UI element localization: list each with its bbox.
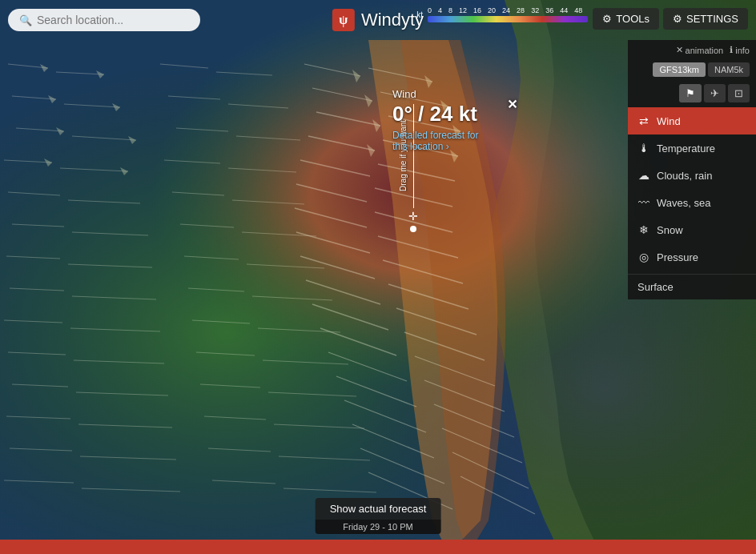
tools-label: TOOLs xyxy=(616,13,649,25)
wind-icon: ⇄ xyxy=(637,114,650,127)
svg-line-30 xyxy=(80,456,176,460)
svg-line-67 xyxy=(308,136,375,151)
svg-line-58 xyxy=(279,456,370,460)
svg-line-63 xyxy=(312,88,372,101)
logo: ψ Windyty xyxy=(332,9,424,31)
snow-layer-label: Snow xyxy=(657,224,683,236)
svg-line-26 xyxy=(76,392,168,395)
svg-line-41 xyxy=(172,192,224,195)
model-nam-button[interactable]: NAM5k xyxy=(708,62,750,77)
layer-pressure[interactable]: ◎ Pressure xyxy=(628,243,756,271)
layer-wind[interactable]: ⇄ Wind xyxy=(628,107,756,134)
svg-line-83 xyxy=(320,328,396,355)
svg-line-22 xyxy=(70,328,160,331)
snow-icon: ❄ xyxy=(637,223,650,236)
logo-symbol: ψ xyxy=(339,13,348,27)
svg-line-45 xyxy=(184,256,239,259)
forecast-button-label: Show actual forecast xyxy=(316,498,441,520)
svg-line-94 xyxy=(452,452,529,488)
layer-temperature[interactable]: 🌡 Temperature xyxy=(628,134,756,162)
icon-row: ⚑ ✈ ⊡ xyxy=(628,82,756,107)
wind-popup-forecast-link[interactable]: Detailed forecast for this location › xyxy=(392,130,478,152)
svg-line-78 xyxy=(383,260,463,283)
svg-line-31 xyxy=(4,480,74,483)
map-marker[interactable]: ✕ xyxy=(507,97,517,112)
svg-line-75 xyxy=(296,232,370,253)
forecast-text: Detailed forecast for xyxy=(392,130,478,141)
svg-line-20 xyxy=(72,296,156,299)
svg-line-48 xyxy=(252,296,332,300)
svg-marker-98 xyxy=(96,70,104,78)
svg-marker-111 xyxy=(367,144,375,157)
svg-line-21 xyxy=(4,320,62,323)
svg-line-23 xyxy=(8,352,66,355)
svg-line-96 xyxy=(460,476,535,514)
svg-line-28 xyxy=(78,424,172,428)
icon-btn-3[interactable]: ⊡ xyxy=(728,84,750,102)
svg-marker-109 xyxy=(372,119,380,132)
svg-marker-103 xyxy=(44,159,52,167)
layer-waves-sea[interactable]: 〰 Waves, sea xyxy=(628,189,756,216)
svg-line-82 xyxy=(396,308,477,335)
svg-line-50 xyxy=(258,328,340,332)
wind-popup-value: 0° / 24 kt xyxy=(392,102,478,126)
clouds-rain-icon: ☁ xyxy=(637,169,650,182)
wind-popup: Wind 0° / 24 kt Detailed forecast for th… xyxy=(392,88,478,152)
animation-icon: ✕ xyxy=(676,45,683,55)
layer-clouds-rain[interactable]: ☁ Clouds, rain xyxy=(628,162,756,189)
surface-button[interactable]: Surface xyxy=(628,274,756,299)
animation-toggle[interactable]: ✕ animation xyxy=(676,45,724,55)
svg-line-65 xyxy=(316,112,380,126)
svg-line-93 xyxy=(360,448,444,484)
svg-marker-99 xyxy=(48,95,56,103)
tools-button[interactable]: ⚙ TOOLs xyxy=(593,8,659,30)
scale-unit: kt xyxy=(416,10,423,19)
wind-layer-label: Wind xyxy=(657,115,681,127)
svg-line-62 xyxy=(368,68,432,82)
svg-marker-107 xyxy=(364,94,372,107)
wind-popup-label: Wind xyxy=(392,88,478,100)
svg-line-38 xyxy=(236,136,300,140)
svg-marker-100 xyxy=(112,103,120,111)
forecast-link-text: this location xyxy=(392,141,443,152)
forecast-arrow: › xyxy=(446,141,449,152)
svg-line-55 xyxy=(204,416,266,420)
pressure-layer-label: Pressure xyxy=(657,251,698,263)
drag-handle[interactable]: ✛ xyxy=(408,210,418,223)
svg-line-43 xyxy=(180,224,234,227)
search-box[interactable]: 🔍 xyxy=(8,9,200,31)
color-scale-bar xyxy=(428,16,588,22)
svg-line-61 xyxy=(304,64,360,76)
panel-top-row: ✕ animation ℹ info xyxy=(628,40,756,60)
info-toggle[interactable]: ℹ info xyxy=(730,45,750,55)
icon-btn-1[interactable]: ⚑ xyxy=(679,84,702,102)
svg-line-29 xyxy=(10,448,72,451)
svg-line-19 xyxy=(10,288,64,291)
logo-icon: ψ xyxy=(332,9,355,31)
model-gfs-button[interactable]: GFS13km xyxy=(653,62,706,77)
model-row: GFS13km NAM5k xyxy=(628,60,756,82)
svg-line-18 xyxy=(68,264,152,267)
search-input[interactable] xyxy=(37,14,189,26)
layer-snow[interactable]: ❄ Snow xyxy=(628,216,756,243)
settings-button[interactable]: ⚙ SETTINGS xyxy=(663,8,748,30)
svg-line-37 xyxy=(176,128,228,131)
svg-line-8 xyxy=(64,104,120,107)
forecast-button[interactable]: Show actual forecast Friday 29 - 10 PM xyxy=(316,498,441,534)
svg-line-51 xyxy=(196,352,255,355)
svg-marker-97 xyxy=(40,64,48,72)
tools-icon: ⚙ xyxy=(602,13,612,25)
icon-btn-plane[interactable]: ✈ xyxy=(704,84,726,102)
animation-label: animation xyxy=(686,46,724,55)
right-panel: ✕ animation ℹ info GFS13km NAM5k ⚑ ✈ ⊡ ⇄… xyxy=(628,40,756,299)
forecast-button-date: Friday 29 - 10 PM xyxy=(316,520,441,534)
svg-line-15 xyxy=(12,224,64,227)
svg-line-11 xyxy=(4,160,52,163)
pressure-icon: ◎ xyxy=(637,251,650,263)
svg-line-85 xyxy=(328,352,407,381)
svg-line-32 xyxy=(82,488,180,492)
svg-line-56 xyxy=(274,424,364,428)
svg-line-14 xyxy=(68,200,140,203)
svg-line-90 xyxy=(434,404,514,437)
svg-line-52 xyxy=(263,360,348,364)
